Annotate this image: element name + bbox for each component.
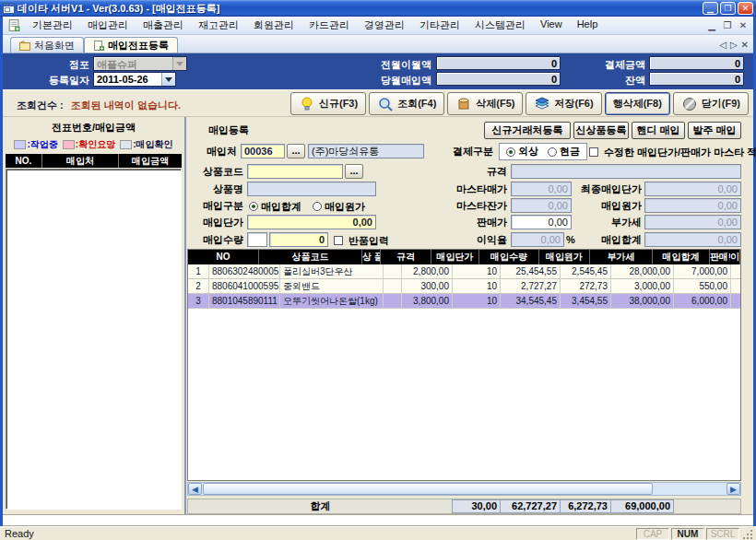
table-row[interactable]: 3 8801045890111 오뚜기씻어나온쌀(1kg) 3,800,00 1…: [188, 294, 740, 309]
legend-confirm-request-swatch: [63, 140, 75, 149]
master-apply-checkbox[interactable]: 수정한 매입단가/판매가 마스타 적용: [589, 144, 756, 160]
grid-header: NO상품코드상 품 명규격매입단가매입수량매입원가부가세매입합계판매단가이: [188, 250, 740, 264]
tab-home[interactable]: 처음화면: [10, 37, 84, 53]
tab-purchase-slip[interactable]: 매입전표등록: [84, 37, 178, 53]
new-document-icon[interactable]: [6, 18, 21, 32]
maximize-icon[interactable]: ❐: [720, 2, 736, 15]
order-purchase-button[interactable]: 발주 매입: [688, 122, 741, 139]
register-date-select[interactable]: 2011-05-26: [93, 72, 176, 87]
final-unit-price-label: 최종매입단가: [573, 182, 642, 196]
menu-item[interactable]: 매입관리: [80, 17, 136, 34]
unit-price-input[interactable]: 0,00: [247, 215, 376, 229]
spec-label: 규격: [450, 165, 507, 179]
toolbar: 조회건수 : 조회된 내역이 없습니다. 신규(F3) 조회(F4): [3, 89, 753, 117]
return-entry-checkbox[interactable]: 반품입력: [334, 232, 389, 249]
vendor-lookup-button[interactable]: ...: [287, 144, 305, 158]
close-form-button[interactable]: 닫기(F9): [673, 92, 749, 115]
master-apply-label: 수정한 매입단가/판매가 마스타 적용: [604, 146, 756, 159]
menu-item[interactable]: 회원관리: [246, 17, 301, 34]
legend-confirm-request-label: :확인요망: [76, 138, 115, 151]
checkbox-icon: [334, 236, 343, 245]
minimize-icon[interactable]: ▁: [703, 2, 718, 15]
menu-item[interactable]: 기본관리: [25, 17, 80, 34]
payment-credit-radio[interactable]: 외상: [506, 145, 538, 158]
table-row[interactable]: 2 8806041000595 중외밴드 300,00 10 2,727,27 …: [188, 279, 740, 294]
new-vendor-button[interactable]: 신규거래처등록: [484, 122, 571, 139]
sale-price-input[interactable]: 0,00: [511, 215, 572, 229]
qty-box-input[interactable]: [247, 232, 267, 247]
vendor-name-field: (주)마당쇠유통: [308, 144, 424, 158]
menu-item[interactable]: View: [533, 17, 570, 34]
product-code-input[interactable]: [247, 164, 343, 179]
checkbox-icon: [589, 147, 598, 157]
menu-item[interactable]: 카드관리: [301, 17, 357, 34]
search-button[interactable]: 조회(F4): [369, 92, 444, 115]
vendor-code-input[interactable]: 00036: [241, 144, 285, 158]
query-count-message: 조회된 내역이 없습니다.: [71, 100, 181, 111]
menu-item[interactable]: Help: [570, 17, 606, 34]
register-date-dropdown-icon[interactable]: [161, 73, 175, 86]
query-count-label: 조회건수 :: [17, 100, 64, 111]
payment-type-label: 결제구분: [443, 145, 493, 158]
close-icon[interactable]: ✕: [738, 2, 753, 15]
legend-purchase-confirmed-swatch: [120, 140, 132, 149]
product-name-label: 상품명: [186, 182, 243, 196]
grid-header-cell: 규격: [381, 250, 431, 264]
menu-item[interactable]: 경영관리: [357, 17, 412, 34]
scroll-right-icon[interactable]: ▶: [726, 483, 740, 495]
payment-cash-radio[interactable]: 현금: [548, 145, 580, 158]
vat-field: 0,00: [644, 215, 741, 229]
settlement-field: 0: [649, 56, 744, 70]
master-jan-label: 마스타잔가: [443, 199, 507, 213]
tab-scroll-right-icon[interactable]: ▷: [730, 40, 738, 50]
product-lookup-button[interactable]: ...: [345, 164, 363, 179]
menu-item[interactable]: 시스템관리: [467, 17, 533, 34]
save-button[interactable]: 저장(F6): [526, 92, 601, 115]
new-product-button[interactable]: 신상품등록: [573, 122, 629, 139]
menu-item[interactable]: 기타관리: [412, 17, 467, 34]
store-select[interactable]: 애플슈퍼: [93, 56, 187, 71]
mdi-minimize-icon[interactable]: ▁: [705, 20, 718, 30]
mdi-restore-icon[interactable]: ❐: [721, 20, 734, 30]
delete-row-button[interactable]: 행삭제(F8): [605, 92, 670, 115]
tab-scroll-left-icon[interactable]: ◁: [719, 40, 726, 50]
delete-button[interactable]: 삭제(F5): [447, 92, 523, 115]
handy-purchase-button[interactable]: 핸디 매입: [632, 122, 685, 139]
master-jan-field: 0,00: [511, 198, 572, 213]
store-value: 애플슈퍼: [94, 57, 172, 70]
new-button[interactable]: 신규(F3): [290, 92, 366, 115]
grid-hscrollbar[interactable]: ◀ ▶: [187, 482, 741, 496]
balance-field: 0: [649, 72, 744, 86]
grid-header-cell: NO: [188, 250, 259, 264]
profit-rate-field: 0,00: [511, 232, 564, 247]
slip-list[interactable]: [6, 169, 182, 510]
scroll-thumb[interactable]: [203, 483, 653, 495]
menu-bar: 기본관리매입관리매출관리재고관리회원관리카드관리경영관리기타관리시스템관리Vie…: [3, 17, 753, 35]
menu-item[interactable]: 매출관리: [136, 17, 191, 34]
settlement-label: 결제금액: [567, 58, 645, 72]
grid-header-cell: 상품코드: [259, 250, 362, 264]
mdi-close-icon[interactable]: ✕: [737, 20, 750, 30]
tab-bar: 처음화면 매입전표등록 ◁ ▷ ✕: [3, 35, 753, 53]
menu-item[interactable]: 재고관리: [191, 17, 246, 34]
vendor-label: 매입처: [186, 145, 237, 158]
legend-working-swatch: [14, 140, 26, 149]
tab-close-icon[interactable]: ✕: [741, 40, 749, 50]
qty-input[interactable]: 0: [269, 232, 328, 247]
total-cost: 62,727,27: [500, 499, 561, 513]
total-qty: 30,00: [452, 499, 501, 513]
purchase-type-cost-radio[interactable]: 매입원가: [313, 200, 365, 214]
header-band: 점포 애플슈퍼 등록일자 2011-05-26 전월이월액 0 결제금액 0 당…: [3, 53, 753, 89]
table-row[interactable]: 1 8806302480005 폴리실버3단우산 2,800,00 10 25,…: [188, 264, 740, 279]
eraser-icon: [455, 97, 472, 112]
purchase-type-total-radio[interactable]: 매입합계: [249, 200, 301, 214]
slip-col-no: NO.: [6, 154, 42, 168]
store-dropdown-icon[interactable]: [172, 57, 186, 70]
status-bar: Ready CAP NUM SCRL: [0, 526, 756, 540]
no-entry-icon: [681, 97, 698, 112]
grid-body: 1 8806302480005 폴리실버3단우산 2,800,00 10 25,…: [188, 264, 740, 309]
vat-label: 부가세: [573, 216, 642, 229]
slip-col-vendor: 매입처: [42, 154, 119, 168]
resize-grip[interactable]: [742, 528, 754, 540]
scroll-left-icon[interactable]: ◀: [188, 483, 202, 495]
